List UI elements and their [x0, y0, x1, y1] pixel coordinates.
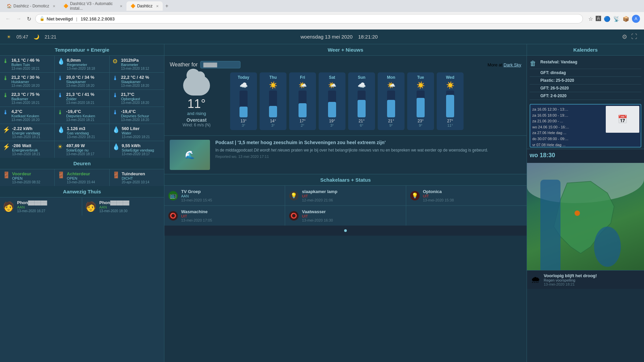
sensor-name-4: Huiskamer: [11, 80, 52, 84]
person-info-1: Phon▓▓▓▓▓▓ AAN 13-mei-2020 16:27: [17, 200, 79, 213]
sensor-time-2: 13-mei-2020 18:18: [67, 67, 106, 70]
person-time-1: 13-mei-2020 16:27: [17, 209, 79, 213]
top-bar-center: woensdag 13 mei 2020 18:21:20: [301, 34, 378, 40]
reload-button[interactable]: ↻: [25, 14, 33, 23]
tab-2[interactable]: 🔶 Dashticz V3 - Automatic instal... ✕: [59, 1, 126, 11]
news-body: In de middagpodcast Dit wordt het nieuws…: [215, 147, 521, 153]
cal-item-gft1: GFT: dinsdag: [530, 69, 641, 77]
top-bar-right: ⚙ ⛶: [622, 33, 637, 41]
switches-title: Schakelaars + Status: [164, 174, 527, 186]
tab-1[interactable]: 🏠 Dashticz - Domoticz ✕: [3, 1, 59, 11]
door-info-2: Achterdeur OPEN 13-mei-2020 15:44: [67, 171, 106, 184]
sensor-gas: 💧 1.126 m3 Gas vandaag 13-mei-2020 18:21: [55, 124, 109, 141]
new-tab-button[interactable]: +: [163, 2, 171, 10]
sensor-value-10: 4,2°C: [11, 109, 52, 114]
sensor-name-18: SolarEdge vandaag: [122, 148, 161, 152]
sensor-name-9: Opbergkast: [121, 97, 161, 101]
switch-slaapkamer-lamp[interactable]: 💡 slaapkamer lamp UIT 12-mei-2020 21:06: [285, 186, 406, 205]
forecast-high-7: 27°: [447, 119, 453, 123]
back-button[interactable]: ←: [4, 14, 12, 23]
forecast-high-5: 21°: [388, 119, 394, 123]
forecast-notification-title: Voorlopig blijft het droog!: [544, 273, 640, 278]
switch-wasmachine[interactable]: ⭕ Wasmachine UIT 13-mei-2020 17:05: [164, 206, 285, 226]
vaatwasser-status: UIT: [302, 214, 401, 218]
tab-close-1[interactable]: ✕: [53, 4, 55, 8]
forecast-bar-container-1: [269, 90, 277, 117]
tab-close-3[interactable]: ✕: [156, 4, 159, 8]
cal-item-gft3: GFT: 2-6-2020: [530, 92, 641, 100]
dot-1[interactable]: [344, 229, 347, 232]
sensor-info-17: 497,69 W SolarEdge nu 13-mei-2020 18:17: [66, 143, 106, 156]
weather-title: Weather for: [170, 61, 240, 68]
vaatwasser-indicator: ⭕: [289, 211, 299, 221]
forecast-day-2: Fri 🌤️ 17° 2°: [289, 72, 316, 130]
extension-icon-4[interactable]: 📦: [623, 16, 629, 22]
sensor-info-12: -19,4°C Diepvries Schuur 13-mei-2020 18:…: [121, 109, 161, 122]
extension-icon-3[interactable]: 📡: [613, 16, 620, 22]
extension-icon-2[interactable]: 🔵: [604, 16, 610, 22]
sensor-solaredge-vandaag: 💧 9,55 kWh SolarEdge vandaag 13-mei-2020…: [110, 141, 164, 158]
dark-sky-link[interactable]: Dark Sky: [503, 62, 521, 67]
profile-circle[interactable]: A: [632, 15, 640, 23]
sensor-icon-solar1: ☀: [57, 143, 64, 150]
address-input[interactable]: 🔓 Niet beveiligd | 192.168.2.2:8083: [35, 14, 583, 23]
switch-vaatwasser[interactable]: ⭕ Vaatwasser UIT 13-mei-2020 16:30: [285, 206, 406, 226]
sensor-time-13: 13-mei-2020 18:21: [12, 135, 52, 139]
top-bar-left: ☀ 05:47 🌙 21:21: [7, 34, 56, 40]
tv-groep-info: TV Groep AAN 13-mei-2020 15:45: [181, 189, 281, 202]
forecast-low-3: 3°: [330, 123, 334, 127]
news-body-before: In de middagpodcast: [215, 148, 254, 153]
sensor-buiten-tuin: 🌡 16,1 °C / 46 % Buiten Tuin 13-mei-2020…: [0, 56, 54, 72]
sensor-info-15: 560 Liter Water 13-mei-2020 18:21: [122, 126, 161, 139]
sensor-time-10: 13-mei-2020 18:20: [11, 118, 52, 122]
sensor-value-6: 22,2 °C / 42 %: [121, 75, 161, 80]
forecast-day-icon-6: ☀️: [417, 81, 425, 89]
present-title: Aanwezig Thuis: [0, 186, 164, 197]
slaapkamer-lamp-indicator: 💡: [289, 191, 299, 200]
time-display: 18:21:20: [358, 34, 378, 40]
switch-tv-groep[interactable]: 📺 TV Groep AAN 13-mei-2020 15:45: [164, 186, 285, 205]
bookmark-star-icon[interactable]: ☆: [588, 16, 593, 22]
weather-header: Weather for More at Dark Sky: [170, 61, 521, 68]
sensor-name-2: Regenmeter: [67, 63, 106, 67]
forecast-text: Voorlopig blijft het droog! Regen voorsp…: [544, 273, 640, 286]
sensor-name-3: Barometer: [121, 63, 161, 67]
sensor-icon-diep2: 🌡: [112, 109, 119, 116]
weather-location-input[interactable]: [200, 61, 240, 68]
fullscreen-icon[interactable]: ⛶: [631, 33, 637, 41]
plastic-title: Plastic: 25-5-2020: [540, 78, 641, 83]
forecast-day-name-4: Sun: [358, 75, 366, 80]
sensor-time-7: 13-mei-2020 18:21: [11, 101, 52, 105]
wasmachine-status: UIT: [181, 214, 281, 218]
forecast-bar-7: [446, 95, 454, 117]
sensor-icon-slaap1: 🌡: [57, 75, 64, 82]
forecast-low-1: 3°: [271, 123, 275, 127]
forecast-day-1: Thu ☀️ 14° 3°: [260, 72, 286, 130]
person-icon-1: 🧑: [3, 201, 14, 212]
door-achterdeur: 🚪 Achterdeur OPEN 13-mei-2020 15:44: [55, 169, 109, 186]
sensor-icon-water: 💧: [112, 126, 120, 133]
sensor-zolder: 🌡 21,3 °C / 41 % Zolder 13-mei-2020 18:2…: [55, 90, 109, 107]
person-name-2: Phon▓▓▓▓▓▓: [99, 200, 161, 205]
switch-optonica[interactable]: 💡 Optonica UIT 13-mei-2020 15:38: [406, 186, 527, 205]
settings-icon[interactable]: ⚙: [622, 33, 627, 41]
tab-3[interactable]: 🔶 Dashticz ✕: [126, 1, 163, 11]
forecast-low-6: 9°: [419, 123, 423, 127]
app: ☀ 05:47 🌙 21:21 woensdag 13 mei 2020 18:…: [0, 29, 644, 362]
door-status-3: DICHT: [122, 176, 161, 180]
gft2-title: GFT: 26-5-2020: [540, 86, 641, 90]
forecast-bar-container-0: [239, 90, 248, 117]
sensor-diepvries1: 🌡 -19,4°C Diepvries Keuken 13-mei-2020 1…: [55, 107, 109, 124]
svg-point-2: [594, 227, 621, 267]
door-voordeur: 🚪 Voordeur OPEN 13-mei-2020 08:32: [0, 169, 54, 186]
tab-close-2[interactable]: ✕: [120, 4, 122, 8]
news-image: 🌊: [170, 140, 210, 170]
cal-item-restafval: 🗑 Restafval: Vandaag: [530, 58, 641, 69]
slaapkamer-lamp-info: slaapkamer lamp UIT 12-mei-2020 21:06: [302, 189, 401, 202]
forward-button[interactable]: →: [15, 14, 23, 23]
forecast-notification-time: 13-mei-2020 18:21: [544, 282, 640, 286]
sensor-info-8: 21,3 °C / 41 % Zolder 13-mei-2020 18:21: [66, 92, 106, 105]
sensor-icon-baro: ⚙: [112, 58, 119, 65]
news-title[interactable]: Podcast | '3,5 meter hoog zeeschuim in S…: [215, 140, 521, 145]
extension-icon-1[interactable]: 🅰: [596, 16, 601, 22]
